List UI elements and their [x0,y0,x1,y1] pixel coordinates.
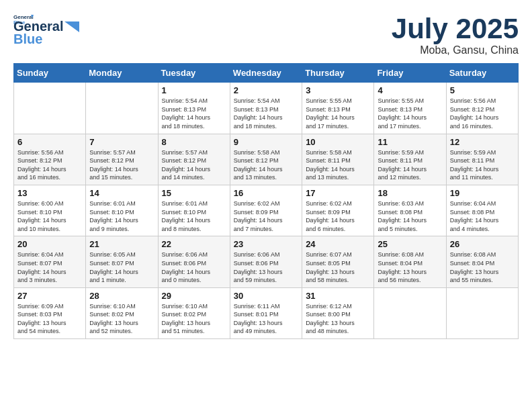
calendar-cell [446,287,518,338]
calendar-cell: 16Sunrise: 6:02 AM Sunset: 8:09 PM Dayli… [230,185,302,236]
day-number: 29 [162,291,226,301]
day-number: 20 [17,239,82,249]
day-number: 6 [17,137,82,147]
day-info: Sunrise: 6:08 AM Sunset: 8:04 PM Dayligh… [450,250,515,284]
calendar-cell: 31Sunrise: 6:12 AM Sunset: 8:00 PM Dayli… [302,287,374,338]
month-title: July 2025 [392,13,519,44]
day-number: 13 [17,188,82,198]
day-number: 19 [450,188,515,198]
calendar-cell: 19Sunrise: 6:04 AM Sunset: 8:08 PM Dayli… [446,185,518,236]
day-info: Sunrise: 5:58 AM Sunset: 8:11 PM Dayligh… [306,148,370,182]
calendar-cell: 5Sunrise: 5:56 AM Sunset: 8:12 PM Daylig… [446,83,518,134]
day-info: Sunrise: 6:00 AM Sunset: 8:10 PM Dayligh… [17,199,82,233]
logo-blue: Blue [13,32,42,47]
day-info: Sunrise: 6:03 AM Sunset: 8:08 PM Dayligh… [378,199,442,233]
calendar-cell [86,83,158,134]
day-info: Sunrise: 6:10 AM Sunset: 8:02 PM Dayligh… [162,302,226,336]
day-info: Sunrise: 6:07 AM Sunset: 8:05 PM Dayligh… [306,250,370,284]
calendar-table: SundayMondayTuesdayWednesdayThursdayFrid… [13,63,519,339]
day-info: Sunrise: 6:04 AM Sunset: 8:07 PM Dayligh… [17,250,82,284]
day-info: Sunrise: 5:55 AM Sunset: 8:13 PM Dayligh… [306,97,370,130]
day-number: 14 [89,188,154,198]
day-info: Sunrise: 6:09 AM Sunset: 8:03 PM Dayligh… [17,302,82,336]
calendar-cell: 12Sunrise: 5:59 AM Sunset: 8:11 PM Dayli… [446,134,518,185]
calendar-cell: 6Sunrise: 5:56 AM Sunset: 8:12 PM Daylig… [14,134,86,185]
day-info: Sunrise: 5:58 AM Sunset: 8:12 PM Dayligh… [234,148,298,182]
calendar-cell: 18Sunrise: 6:03 AM Sunset: 8:08 PM Dayli… [374,185,446,236]
calendar-cell: 27Sunrise: 6:09 AM Sunset: 8:03 PM Dayli… [14,287,86,338]
calendar-cell: 25Sunrise: 6:08 AM Sunset: 8:04 PM Dayli… [374,236,446,287]
day-number: 12 [450,137,515,147]
calendar-cell: 4Sunrise: 5:55 AM Sunset: 8:13 PM Daylig… [374,83,446,134]
calendar-week-row: 6Sunrise: 5:56 AM Sunset: 8:12 PM Daylig… [14,134,519,185]
day-number: 5 [450,85,515,95]
day-number: 8 [162,137,226,147]
calendar-cell: 24Sunrise: 6:07 AM Sunset: 8:05 PM Dayli… [302,236,374,287]
day-number: 27 [17,291,82,301]
calendar-cell: 14Sunrise: 6:01 AM Sunset: 8:10 PM Dayli… [86,185,158,236]
day-info: Sunrise: 6:06 AM Sunset: 8:06 PM Dayligh… [234,250,298,284]
day-number: 16 [234,188,298,198]
day-info: Sunrise: 5:54 AM Sunset: 8:13 PM Dayligh… [234,97,298,130]
day-number: 22 [162,239,226,249]
day-number: 26 [450,239,515,249]
calendar-week-row: 13Sunrise: 6:00 AM Sunset: 8:10 PM Dayli… [14,185,519,236]
logo: General Blue General Blue [13,13,79,47]
day-number: 15 [162,188,226,198]
weekday-header: Thursday [302,64,374,83]
calendar-week-row: 20Sunrise: 6:04 AM Sunset: 8:07 PM Dayli… [14,236,519,287]
day-info: Sunrise: 6:05 AM Sunset: 8:07 PM Dayligh… [89,250,154,284]
day-info: Sunrise: 6:01 AM Sunset: 8:10 PM Dayligh… [89,199,154,233]
day-number: 17 [306,188,370,198]
weekday-header: Tuesday [158,64,230,83]
day-number: 1 [162,85,226,95]
calendar-cell: 21Sunrise: 6:05 AM Sunset: 8:07 PM Dayli… [86,236,158,287]
day-info: Sunrise: 6:12 AM Sunset: 8:00 PM Dayligh… [306,302,370,336]
day-info: Sunrise: 5:55 AM Sunset: 8:13 PM Dayligh… [378,97,442,130]
day-number: 21 [89,239,154,249]
calendar-header-row: SundayMondayTuesdayWednesdayThursdayFrid… [14,64,519,83]
day-number: 24 [306,239,370,249]
calendar-cell: 11Sunrise: 5:59 AM Sunset: 8:11 PM Dayli… [374,134,446,185]
day-number: 18 [378,188,442,198]
logo-arrow-icon [64,21,79,32]
location: Moba, Gansu, China [392,44,519,56]
calendar-cell: 15Sunrise: 6:01 AM Sunset: 8:10 PM Dayli… [158,185,230,236]
day-info: Sunrise: 6:01 AM Sunset: 8:10 PM Dayligh… [162,199,226,233]
weekday-header: Sunday [14,64,86,83]
day-info: Sunrise: 6:06 AM Sunset: 8:06 PM Dayligh… [162,250,226,284]
calendar-cell: 30Sunrise: 6:11 AM Sunset: 8:01 PM Dayli… [230,287,302,338]
calendar-cell: 10Sunrise: 5:58 AM Sunset: 8:11 PM Dayli… [302,134,374,185]
calendar-cell: 22Sunrise: 6:06 AM Sunset: 8:06 PM Dayli… [158,236,230,287]
day-number: 25 [378,239,442,249]
calendar-cell: 2Sunrise: 5:54 AM Sunset: 8:13 PM Daylig… [230,83,302,134]
calendar-cell: 8Sunrise: 5:57 AM Sunset: 8:12 PM Daylig… [158,134,230,185]
day-number: 30 [234,291,298,301]
calendar-week-row: 27Sunrise: 6:09 AM Sunset: 8:03 PM Dayli… [14,287,519,338]
day-info: Sunrise: 5:57 AM Sunset: 8:12 PM Dayligh… [162,148,226,182]
calendar-week-row: 1Sunrise: 5:54 AM Sunset: 8:13 PM Daylig… [14,83,519,134]
calendar-cell: 20Sunrise: 6:04 AM Sunset: 8:07 PM Dayli… [14,236,86,287]
day-info: Sunrise: 5:56 AM Sunset: 8:12 PM Dayligh… [450,97,515,130]
day-number: 10 [306,137,370,147]
day-info: Sunrise: 5:54 AM Sunset: 8:13 PM Dayligh… [162,97,226,130]
day-info: Sunrise: 5:56 AM Sunset: 8:12 PM Dayligh… [17,148,82,182]
calendar-cell [374,287,446,338]
calendar-cell: 7Sunrise: 5:57 AM Sunset: 8:12 PM Daylig… [86,134,158,185]
day-info: Sunrise: 5:57 AM Sunset: 8:12 PM Dayligh… [89,148,154,182]
calendar-cell: 28Sunrise: 6:10 AM Sunset: 8:02 PM Dayli… [86,287,158,338]
day-number: 11 [378,137,442,147]
weekday-header: Friday [374,64,446,83]
calendar-cell: 17Sunrise: 6:02 AM Sunset: 8:09 PM Dayli… [302,185,374,236]
day-info: Sunrise: 6:10 AM Sunset: 8:02 PM Dayligh… [89,302,154,336]
day-number: 4 [378,85,442,95]
calendar-cell: 1Sunrise: 5:54 AM Sunset: 8:13 PM Daylig… [158,83,230,134]
day-info: Sunrise: 6:02 AM Sunset: 8:09 PM Dayligh… [234,199,298,233]
day-number: 2 [234,85,298,95]
title-section: July 2025 Moba, Gansu, China [392,13,519,56]
calendar-cell: 9Sunrise: 5:58 AM Sunset: 8:12 PM Daylig… [230,134,302,185]
weekday-header: Wednesday [230,64,302,83]
day-number: 7 [89,137,154,147]
calendar-cell: 29Sunrise: 6:10 AM Sunset: 8:02 PM Dayli… [158,287,230,338]
day-info: Sunrise: 6:11 AM Sunset: 8:01 PM Dayligh… [234,302,298,336]
